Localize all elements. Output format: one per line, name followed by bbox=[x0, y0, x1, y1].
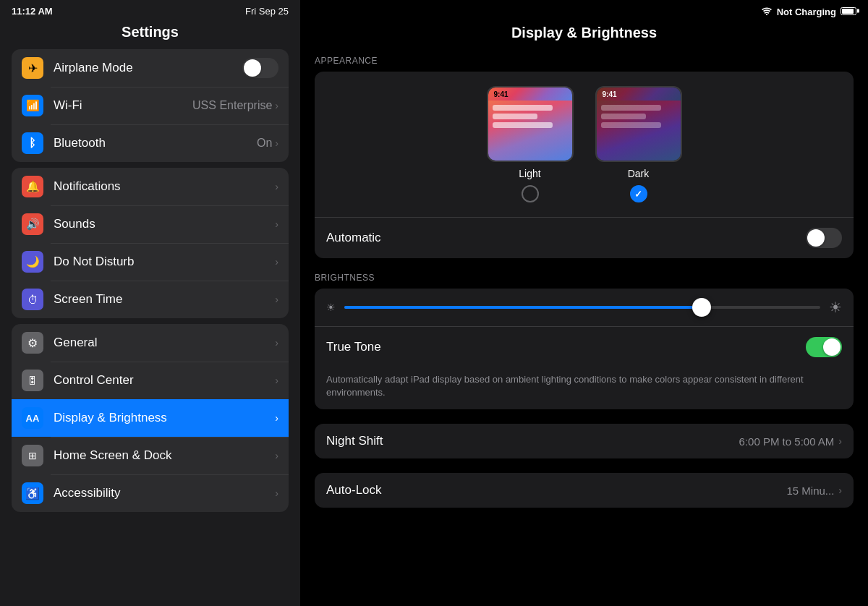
light-statusbar: 9:41 bbox=[488, 88, 572, 101]
sidebar-status-bar: 11:12 AM Fri Sep 25 bbox=[0, 0, 300, 20]
brightness-high-icon: ☀ bbox=[829, 299, 842, 316]
dark-content bbox=[597, 101, 681, 161]
auto-lock-row[interactable]: Auto-Lock 15 Minu... › bbox=[315, 473, 854, 508]
sounds-chevron: › bbox=[275, 218, 278, 230]
notifications-icon: 🔔 bbox=[22, 176, 43, 197]
automatic-row: Automatic bbox=[315, 217, 854, 258]
sidebar-item-do-not-disturb[interactable]: 🌙 Do Not Disturb › bbox=[12, 243, 289, 281]
auto-lock-chevron: › bbox=[838, 485, 842, 496]
light-bar-2 bbox=[493, 114, 537, 119]
dark-bar-3 bbox=[601, 122, 661, 128]
sidebar-item-control-center[interactable]: 🎛 Control Center › bbox=[12, 362, 289, 399]
brightness-track[interactable] bbox=[344, 306, 820, 309]
wifi-status-icon bbox=[761, 6, 773, 17]
dark-radio-check: ✓ bbox=[634, 189, 642, 200]
automatic-toggle[interactable] bbox=[806, 228, 842, 248]
main-title: Display & Brightness bbox=[300, 20, 868, 56]
dark-bar-2 bbox=[601, 114, 646, 119]
light-label: Light bbox=[519, 168, 540, 179]
wifi-chevron: › bbox=[275, 100, 278, 111]
home-screen-chevron: › bbox=[275, 450, 278, 461]
airplane-mode-label: Airplane Mode bbox=[54, 61, 242, 75]
auto-lock-card: Auto-Lock 15 Minu... › bbox=[315, 473, 854, 508]
true-tone-description: Automatically adapt iPad display based o… bbox=[315, 367, 854, 409]
light-content bbox=[488, 101, 572, 161]
sounds-label: Sounds bbox=[54, 217, 275, 231]
alerts-section: 🔔 Notifications › 🔊 Sounds › 🌙 Do Not Di… bbox=[12, 168, 289, 318]
appearance-section-header: APPEARANCE bbox=[300, 56, 868, 72]
true-tone-row: True Tone bbox=[315, 326, 854, 367]
notifications-chevron: › bbox=[275, 181, 278, 192]
system-section: ⚙ General › 🎛 Control Center › AA Displa… bbox=[12, 324, 289, 512]
appearance-card: 9:41 Light 9:41 bbox=[315, 72, 854, 258]
brightness-low-icon: ☀ bbox=[326, 302, 336, 313]
sidebar-title: Settings bbox=[0, 20, 300, 49]
brightness-thumb[interactable] bbox=[692, 298, 711, 317]
light-bar-1 bbox=[493, 105, 553, 111]
general-label: General bbox=[54, 336, 275, 350]
auto-lock-value: 15 Minu... bbox=[786, 485, 834, 497]
sidebar-item-screen-time[interactable]: ⏱ Screen Time › bbox=[12, 281, 289, 318]
accessibility-chevron: › bbox=[275, 487, 278, 499]
notifications-label: Notifications bbox=[54, 179, 275, 194]
night-shift-label: Night Shift bbox=[326, 434, 739, 448]
sidebar-date: Fri Sep 25 bbox=[245, 6, 289, 17]
accessibility-icon: ♿ bbox=[22, 482, 43, 504]
sidebar-item-wifi[interactable]: 📶 Wi-Fi USS Enterprise › bbox=[12, 87, 289, 124]
airplane-mode-toggle-knob bbox=[244, 59, 261, 77]
auto-lock-label: Auto-Lock bbox=[326, 483, 786, 498]
screen-time-label: Screen Time bbox=[54, 292, 275, 307]
sidebar-item-bluetooth[interactable]: ᛒ Bluetooth On › bbox=[12, 124, 289, 162]
true-tone-toggle-knob bbox=[823, 338, 841, 356]
control-center-chevron: › bbox=[275, 375, 278, 386]
appearance-options: 9:41 Light 9:41 bbox=[315, 72, 854, 217]
wifi-icon: 📶 bbox=[22, 95, 43, 116]
sidebar: 11:12 AM Fri Sep 25 Settings ✈ Airplane … bbox=[0, 0, 300, 606]
automatic-toggle-knob bbox=[807, 229, 825, 247]
display-brightness-icon: AA bbox=[22, 407, 43, 429]
sidebar-item-display-brightness[interactable]: AA Display & Brightness › bbox=[12, 399, 289, 437]
dark-preview: 9:41 bbox=[595, 86, 682, 162]
charging-text: Not Charging bbox=[777, 7, 836, 17]
appearance-option-dark[interactable]: 9:41 Dark ✓ bbox=[595, 86, 682, 202]
night-shift-row[interactable]: Night Shift 6:00 PM to 5:00 AM › bbox=[315, 424, 854, 458]
general-chevron: › bbox=[275, 337, 278, 349]
main-status-bar: Not Charging bbox=[300, 0, 868, 20]
display-brightness-label: Display & Brightness bbox=[54, 411, 275, 425]
brightness-slider-row: ☀ ☀ bbox=[315, 289, 854, 326]
dark-radio[interactable]: ✓ bbox=[630, 185, 647, 202]
control-center-icon: 🎛 bbox=[22, 370, 43, 391]
automatic-label: Automatic bbox=[326, 231, 806, 245]
bluetooth-label: Bluetooth bbox=[54, 136, 257, 150]
do-not-disturb-chevron: › bbox=[275, 256, 278, 268]
light-bar-3 bbox=[493, 122, 553, 128]
light-radio[interactable] bbox=[522, 185, 539, 202]
airplane-mode-toggle[interactable] bbox=[242, 58, 278, 78]
connectivity-section: ✈ Airplane Mode 📶 Wi-Fi USS Enterprise ›… bbox=[12, 49, 289, 162]
sidebar-item-airplane-mode[interactable]: ✈ Airplane Mode bbox=[12, 49, 289, 87]
airplane-mode-icon: ✈ bbox=[22, 57, 43, 79]
home-screen-icon: ⊞ bbox=[22, 445, 43, 466]
control-center-label: Control Center bbox=[54, 373, 275, 388]
battery-icon bbox=[841, 7, 856, 17]
do-not-disturb-label: Do Not Disturb bbox=[54, 255, 275, 269]
dark-label: Dark bbox=[628, 168, 650, 179]
appearance-option-light[interactable]: 9:41 Light bbox=[487, 86, 574, 202]
sidebar-item-accessibility[interactable]: ♿ Accessibility › bbox=[12, 474, 289, 512]
sidebar-item-home-screen-dock[interactable]: ⊞ Home Screen & Dock › bbox=[12, 437, 289, 474]
true-tone-label: True Tone bbox=[326, 340, 806, 354]
sidebar-item-sounds[interactable]: 🔊 Sounds › bbox=[12, 205, 289, 243]
wifi-value: USS Enterprise bbox=[192, 99, 272, 112]
true-tone-toggle[interactable] bbox=[806, 337, 842, 357]
sidebar-item-general[interactable]: ⚙ General › bbox=[12, 324, 289, 362]
sidebar-item-notifications[interactable]: 🔔 Notifications › bbox=[12, 168, 289, 205]
dark-bar-1 bbox=[601, 105, 661, 111]
display-brightness-chevron: › bbox=[275, 412, 278, 424]
sounds-icon: 🔊 bbox=[22, 213, 43, 235]
night-shift-chevron: › bbox=[838, 435, 842, 447]
status-right: Not Charging bbox=[761, 6, 856, 17]
bluetooth-value: On bbox=[257, 137, 272, 150]
screen-time-chevron: › bbox=[275, 294, 278, 305]
main-panel: Not Charging Display & Brightness APPEAR… bbox=[300, 0, 868, 606]
accessibility-label: Accessibility bbox=[54, 486, 275, 500]
